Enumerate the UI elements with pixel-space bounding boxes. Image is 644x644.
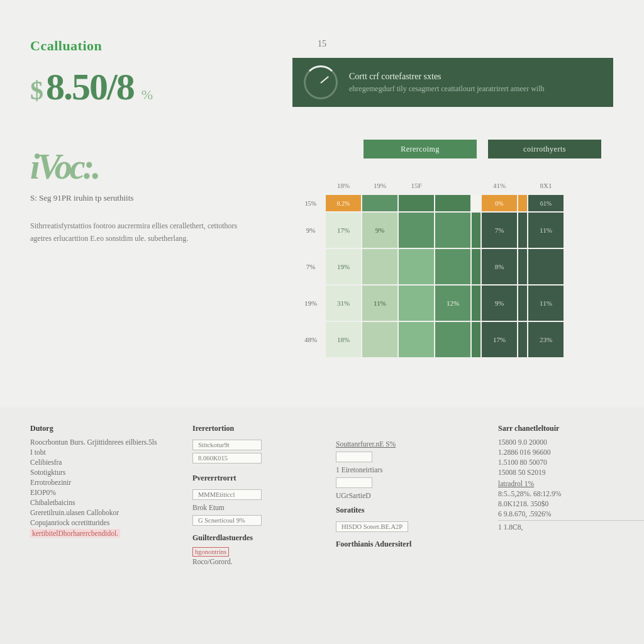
col3-section3: Foorthianis Aduersiterl (336, 540, 480, 549)
list-item: 1 Eiretoneirtiars (336, 466, 480, 474)
cell (362, 195, 397, 211)
cell: 8% (482, 249, 517, 284)
cell (435, 195, 470, 211)
tab-primary[interactable]: Rerercoimg (364, 140, 477, 158)
cell: 11% (528, 286, 564, 321)
list-item: 1.2886 016 96600 (498, 448, 644, 456)
banner-text: Cortt crf cortefastrer sxtes ehregemegdu… (349, 72, 545, 94)
input-field[interactable]: G Scnerticoul 9% (192, 515, 262, 526)
cell (472, 213, 480, 248)
cell: 11% (528, 213, 564, 248)
col-header: 8X1 (528, 177, 564, 194)
input-field[interactable]: 8.060K015 (192, 453, 262, 464)
cell (435, 213, 470, 248)
col-header: 15F (399, 177, 434, 194)
cell: 11% (362, 286, 397, 321)
cell (399, 322, 434, 357)
cell: 19% (326, 249, 361, 284)
cell (472, 286, 480, 321)
list-item: 8.0K1218. 350$0 (498, 500, 644, 508)
cell: 31% (326, 286, 361, 321)
currency-symbol: $ (30, 75, 43, 106)
row-header: 48% (297, 322, 325, 357)
col-header: 18% (326, 177, 361, 194)
input-field[interactable]: MMMEtiticcl (192, 489, 262, 500)
col2-title: Irerertortion (192, 424, 318, 433)
cell (518, 195, 527, 211)
panel-col-3: Souttanrfurer.nE S% 1 Eiretoneirtiars UG… (336, 424, 480, 628)
cell (435, 249, 470, 284)
list-item: Greretilruin.ulasen Callobokor (30, 509, 175, 516)
heatmap-table: 18% 19% 15F 41% 8X1 15% 8.2% 0% 61% 9% 1… (296, 176, 565, 358)
cell (399, 286, 434, 321)
list-item: 8:5..5,28%. 68:12.9% (498, 490, 644, 497)
row-header: 19% (297, 286, 325, 321)
heatmap-col-headers: 18% 19% 15F 41% 8X1 (297, 177, 564, 194)
heatmap: 18% 19% 15F 41% 8X1 15% 8.2% 0% 61% 9% 1… (296, 176, 565, 358)
list-item: Copujanriock ocretitturides (30, 519, 175, 526)
list-item: Sototigkturs (30, 469, 175, 476)
tab-bar: Rerercoimg coirrothyerts (364, 140, 601, 158)
list-item: Roocrbontun Burs. Grjittidnrees eilbiers… (30, 438, 175, 446)
cell: 9% (482, 286, 517, 321)
input-field[interactable]: HISDO Sotert.BE.A2P (336, 521, 408, 532)
heatmap-row: 9% 17% 9% 7% 11% (297, 213, 564, 248)
list-item: UGrSartieD (336, 492, 480, 499)
cell (362, 322, 397, 357)
col-header (435, 177, 470, 194)
tab-secondary[interactable]: coirrothyerts (488, 140, 601, 158)
panel-col-4: Sarr chanetleltouir 15800 9.0 20000 1.28… (498, 424, 644, 628)
list-item: 15800 9.0 20000 (498, 438, 644, 446)
cell: 12% (435, 286, 470, 321)
list-item: Souttanrfurer.nE S% (336, 440, 480, 448)
list-item: Chibaletbaicins (30, 499, 175, 506)
page-title: Ccalluation (30, 38, 269, 54)
col-header: 41% (482, 177, 517, 194)
input-field[interactable] (336, 452, 372, 462)
col3-section2: Soratites (336, 506, 480, 515)
heatmap-subheader: 15% 8.2% 0% 61% (297, 195, 564, 211)
cell (528, 249, 564, 284)
col-header: 19% (362, 177, 397, 194)
panel-col-2: Irerertortion Stitckotur9t 8.060K015 Pve… (192, 424, 318, 628)
kpi-value: $ 8.50/8 % (30, 65, 269, 109)
cell (518, 322, 527, 357)
cell: 17% (326, 213, 361, 248)
page-number: 15 (318, 39, 326, 49)
cell (518, 249, 527, 284)
alert-item[interactable]: kertibitelDhorharercbendidol. (30, 529, 120, 538)
list-item: Roco/Gorord. (192, 558, 318, 565)
alert-input[interactable]: hgonontrins (192, 547, 229, 557)
col4-title: Sarr chanetleltouir (498, 424, 644, 433)
cell (518, 286, 527, 321)
cell (472, 249, 480, 284)
heatmap-row: 48% 18% 17% 23% (297, 322, 564, 357)
kpi-unit: % (142, 87, 153, 103)
heatmap-row: 19% 31% 11% 12% 9% 11% (297, 286, 564, 321)
list-item: Brok Etum (192, 504, 318, 511)
list-item: Errotrobezinir (30, 479, 175, 486)
row-header: 15% (297, 195, 325, 211)
list-item: 1 1.8C8, (498, 523, 644, 531)
list-item: 15008 50 S2019 (498, 469, 644, 476)
list-item: latradrol 1% (498, 480, 644, 487)
cell (472, 195, 480, 211)
list-item: I tobt (30, 448, 175, 456)
gauge-icon (304, 65, 338, 99)
list-item: Celibiesfra (30, 458, 175, 466)
row-header: 9% (297, 213, 325, 248)
cell (518, 213, 527, 248)
cell: 18% (326, 322, 361, 357)
list-item: EIOP0% (30, 489, 175, 496)
cell: 8.2% (326, 195, 361, 211)
cell: 7% (482, 213, 517, 248)
col2-section3: Guilterdlastuerdes (192, 533, 318, 543)
cell: 0% (482, 195, 517, 211)
row-header: 7% (297, 249, 325, 284)
cell (399, 249, 434, 284)
input-field[interactable] (336, 477, 372, 488)
input-field[interactable]: Stitckotur9t (192, 440, 262, 450)
cell: 9% (362, 213, 397, 248)
intro-paragraph: Sithrreatisfyrstattios footroo aucrermir… (30, 219, 238, 245)
cell (399, 213, 434, 248)
